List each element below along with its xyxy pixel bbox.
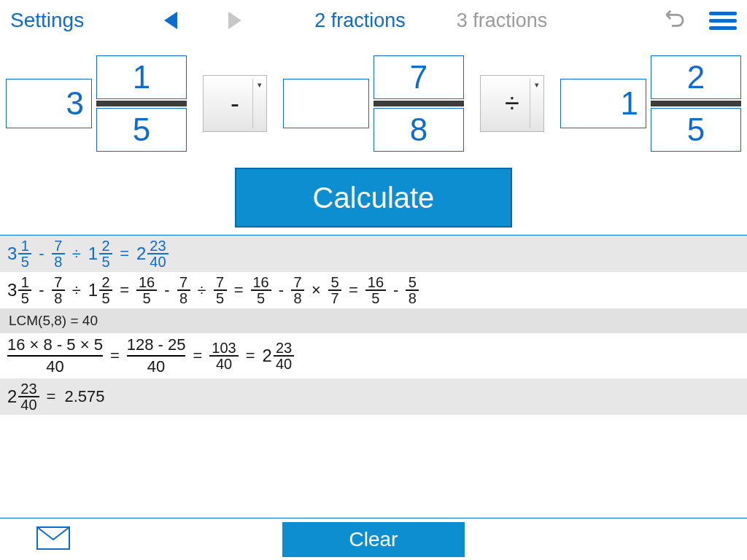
fraction-1: 3 1 5 <box>6 55 187 152</box>
operator-2-select[interactable]: ÷ <box>480 75 544 132</box>
decimal-row: 22340 = 2.575 <box>0 378 747 415</box>
lcm-row: LCM(5,8) = 40 <box>0 308 747 333</box>
mail-icon[interactable] <box>36 526 70 553</box>
denominator-2-input[interactable]: 8 <box>374 108 464 152</box>
fraction-3: 1 2 5 <box>560 55 741 152</box>
step-improper-row: 315 - 78 ÷ 125 = 165 - 78 ÷ 75 = 165 - 7… <box>0 272 747 308</box>
work-area: 315 - 78 ÷ 125 = 22340 315 - 78 ÷ 125 = … <box>0 236 747 415</box>
whole-3-input[interactable]: 1 <box>560 79 646 128</box>
denominator-1-input[interactable]: 5 <box>96 108 187 152</box>
denominator-3-input[interactable]: 5 <box>651 108 741 152</box>
result-summary-row: 315 - 78 ÷ 125 = 22340 <box>0 236 747 272</box>
tab-2-fractions[interactable]: 2 fractions <box>314 9 406 32</box>
whole-1-input[interactable]: 3 <box>6 79 92 128</box>
tab-3-fractions[interactable]: 3 fractions <box>457 9 548 32</box>
fraction-bar <box>651 101 741 106</box>
numerator-3-input[interactable]: 2 <box>651 55 741 99</box>
whole-2-input[interactable] <box>283 79 369 128</box>
next-arrow <box>228 12 241 29</box>
prev-arrow[interactable] <box>164 12 177 29</box>
menu-icon[interactable] <box>709 12 737 30</box>
settings-link[interactable]: Settings <box>10 9 84 32</box>
numerator-2-input[interactable]: 7 <box>374 55 464 99</box>
undo-icon[interactable] <box>662 8 684 33</box>
calculate-button[interactable]: Calculate <box>235 168 512 228</box>
numerator-1-input[interactable]: 1 <box>96 55 187 99</box>
fraction-bar <box>96 101 187 106</box>
fraction-bar <box>374 101 464 106</box>
clear-button[interactable]: Clear <box>282 522 465 557</box>
step-combine-row: 16 × 8 - 5 × 540 = 128 - 2540 = 10340 = … <box>0 333 747 378</box>
operator-1-select[interactable]: - <box>203 75 267 132</box>
fraction-2: 7 8 <box>283 55 464 152</box>
